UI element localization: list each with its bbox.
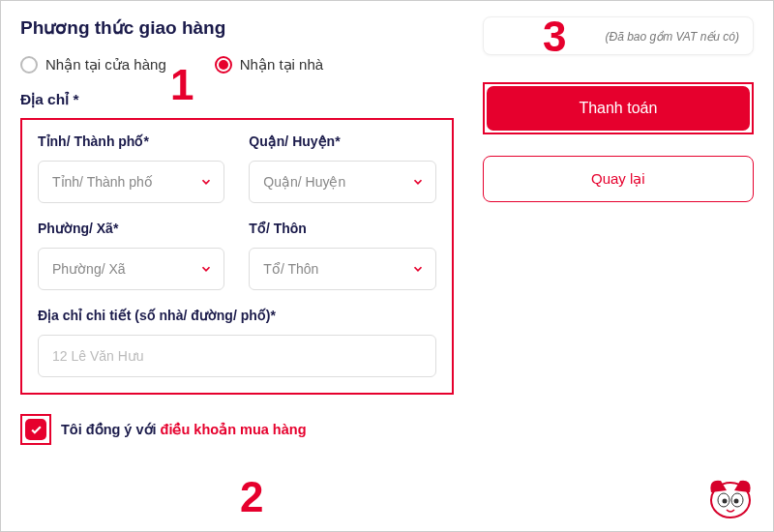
chevron-down-icon (199, 175, 213, 189)
checkout-button[interactable]: Thanh toán (487, 86, 750, 131)
district-select[interactable]: Quận/ Huyện (249, 161, 435, 203)
radio-icon (20, 56, 38, 74)
mascot-icon (703, 471, 758, 519)
hamlet-placeholder: Tổ/ Thôn (263, 261, 318, 277)
hamlet-label: Tổ/ Thôn (249, 221, 435, 236)
detail-address-input[interactable] (38, 335, 436, 377)
checkout-highlight-box: Thanh toán (483, 82, 754, 134)
hamlet-select[interactable]: Tổ/ Thôn (249, 248, 435, 290)
chevron-down-icon (199, 262, 213, 276)
terms-checkbox[interactable] (25, 419, 46, 440)
province-label: Tỉnh/ Thành phố* (38, 133, 224, 149)
province-select[interactable]: Tỉnh/ Thành phố (38, 161, 224, 203)
svg-point-3 (723, 499, 728, 504)
province-placeholder: Tỉnh/ Thành phố (52, 174, 153, 190)
detail-address-group: Địa chỉ chi tiết (số nhà/ đường/ phố)* (38, 308, 436, 377)
consent-row: Tôi đồng ý với điều khoản mua hàng (20, 414, 454, 445)
province-group: Tỉnh/ Thành phố* Tỉnh/ Thành phố (38, 133, 224, 203)
delivery-method-title: Phương thức giao hàng (20, 16, 454, 39)
consent-prefix: Tôi đồng ý với (61, 422, 161, 437)
radio-pickup[interactable]: Nhận tại cửa hàng (20, 56, 166, 74)
chevron-down-icon (411, 175, 425, 189)
hamlet-group: Tổ/ Thôn Tổ/ Thôn (249, 221, 435, 290)
ward-label: Phường/ Xã* (38, 221, 224, 236)
radio-icon-selected (215, 56, 232, 74)
terms-link[interactable]: điều khoản mua hàng (161, 422, 307, 437)
summary-column: (Đã bao gồm VAT nếu có) Thanh toán Quay … (483, 16, 754, 516)
vat-note-card: (Đã bao gồm VAT nếu có) (483, 16, 754, 55)
back-button[interactable]: Quay lại (483, 156, 754, 202)
detail-address-label: Địa chỉ chi tiết (số nhà/ đường/ phố)* (38, 308, 436, 323)
svg-point-4 (734, 499, 739, 504)
check-icon (30, 424, 43, 436)
address-section-title: Địa chỉ * (20, 91, 454, 108)
vat-note-text: (Đã bao gồm VAT nếu có) (606, 30, 740, 44)
district-group: Quận/ Huyện* Quận/ Huyện (249, 133, 435, 203)
checkbox-highlight-box (20, 414, 51, 445)
delivery-method-radio-group: Nhận tại cửa hàng Nhận tại nhà (20, 56, 454, 74)
district-label: Quận/ Huyện* (249, 133, 435, 149)
consent-text: Tôi đồng ý với điều khoản mua hàng (61, 422, 307, 437)
address-form-box: Tỉnh/ Thành phố* Tỉnh/ Thành phố Quận/ H… (20, 118, 454, 395)
ward-placeholder: Phường/ Xã (52, 261, 126, 277)
delivery-form-column: Phương thức giao hàng Nhận tại cửa hàng … (20, 16, 454, 516)
radio-home-label: Nhận tại nhà (240, 56, 323, 74)
ward-select[interactable]: Phường/ Xã (38, 248, 224, 290)
radio-home[interactable]: Nhận tại nhà (215, 56, 323, 74)
ward-group: Phường/ Xã* Phường/ Xã (38, 221, 224, 290)
chevron-down-icon (411, 262, 425, 276)
radio-pickup-label: Nhận tại cửa hàng (45, 56, 166, 74)
district-placeholder: Quận/ Huyện (263, 174, 345, 190)
